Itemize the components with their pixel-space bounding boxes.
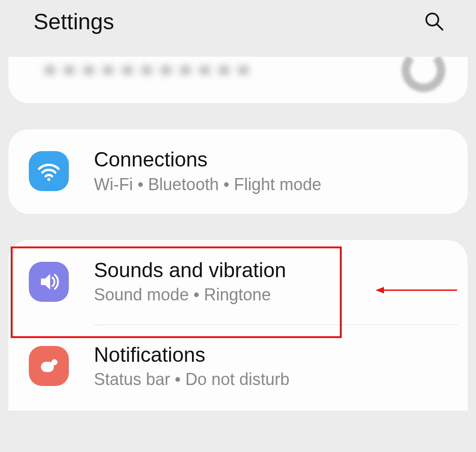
- sounds-title: Sounds and vibration: [94, 259, 454, 282]
- wifi-icon: [29, 151, 69, 191]
- notification-badge-icon: [29, 346, 69, 386]
- connections-title: Connections: [94, 148, 454, 172]
- search-icon: [424, 11, 444, 32]
- connections-card: Connections Wi-Fi • Bluetooth • Flight m…: [8, 129, 468, 214]
- notifications-row[interactable]: Notifications Status bar • Do not distur…: [8, 325, 468, 409]
- notifications-subtitle: Status bar • Do not disturb: [94, 369, 454, 389]
- page-title: Settings: [33, 9, 114, 34]
- connections-row[interactable]: Connections Wi-Fi • Bluetooth • Flight m…: [8, 129, 468, 214]
- account-card[interactable]: [8, 57, 468, 103]
- account-email-blurred: [31, 58, 272, 82]
- sound-notif-card: Sounds and vibration Sound mode • Ringto…: [8, 240, 468, 411]
- sounds-subtitle: Sound mode • Ringtone: [94, 285, 454, 305]
- sounds-and-vibration-row[interactable]: Sounds and vibration Sound mode • Ringto…: [8, 240, 468, 325]
- connections-subtitle: Wi-Fi • Bluetooth • Flight mode: [94, 174, 454, 194]
- svg-line-1: [437, 24, 443, 30]
- search-button[interactable]: [421, 8, 447, 34]
- speaker-icon: [29, 262, 69, 302]
- sync-spinner-icon: [402, 57, 445, 92]
- settings-header: Settings: [0, 0, 476, 43]
- svg-point-6: [53, 360, 56, 364]
- svg-point-2: [47, 178, 50, 181]
- notifications-title: Notifications: [94, 343, 454, 367]
